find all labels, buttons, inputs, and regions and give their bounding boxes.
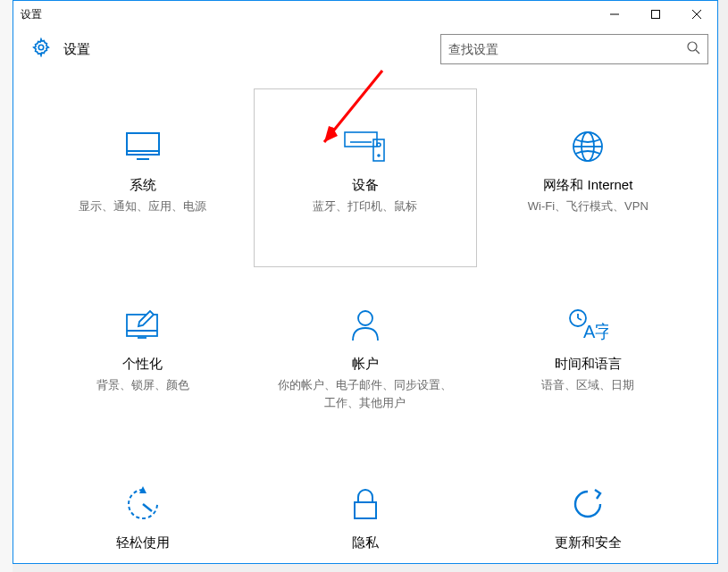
svg-point-21	[378, 155, 380, 156]
tile-ease-of-access[interactable]: 轻松使用	[31, 446, 254, 563]
search-box[interactable]	[440, 34, 708, 64]
personalization-icon	[123, 304, 163, 347]
window-title: 设置	[21, 7, 42, 22]
svg-rect-1	[652, 11, 660, 19]
tile-title: 隐私	[352, 534, 379, 551]
tile-network[interactable]: 网络和 Internet Wi-Fi、飞行模式、VPN	[477, 88, 699, 267]
svg-line-6	[696, 50, 699, 54]
tile-desc: 蓝牙、打印机、鼠标	[295, 198, 435, 215]
tile-update-security[interactable]: 更新和安全	[477, 446, 699, 563]
svg-rect-10	[345, 132, 377, 147]
globe-icon	[570, 125, 606, 168]
tile-accounts[interactable]: 帐户 你的帐户、电子邮件、同步设置、工作、其他用户	[254, 267, 476, 446]
svg-point-28	[358, 311, 372, 325]
settings-window: 设置 设置	[13, 0, 718, 564]
tile-personalization[interactable]: 个性化 背景、锁屏、颜色	[31, 267, 254, 446]
lock-icon	[351, 483, 380, 526]
tile-system[interactable]: 系统 显示、通知、应用、电源	[31, 88, 254, 267]
content-area: 系统 显示、通知、应用、电源 设备 蓝牙、打印机、鼠标	[13, 71, 717, 563]
tile-privacy[interactable]: 隐私	[254, 446, 476, 563]
tile-desc: 显示、通知、应用、电源	[61, 198, 224, 215]
tile-desc: Wi-Fi、飞行模式、VPN	[510, 198, 666, 215]
settings-grid: 系统 显示、通知、应用、电源 设备 蓝牙、打印机、鼠标	[31, 88, 699, 563]
tile-devices[interactable]: 设备 蓝牙、打印机、鼠标	[254, 88, 476, 267]
search-icon	[686, 40, 700, 58]
window-controls	[594, 1, 717, 28]
tile-title: 网络和 Internet	[543, 177, 632, 194]
tile-desc: 语音、区域、日期	[523, 376, 652, 394]
search-input[interactable]	[448, 42, 700, 56]
titlebar: 设置	[13, 1, 717, 28]
svg-line-34	[143, 504, 152, 511]
person-icon	[350, 304, 381, 347]
svg-point-20	[377, 143, 381, 147]
tile-title: 个性化	[122, 356, 163, 373]
svg-rect-35	[355, 502, 376, 518]
minimize-button[interactable]	[594, 1, 635, 28]
gear-icon	[31, 38, 51, 61]
page-title: 设置	[63, 41, 90, 58]
tile-desc: 背景、锁屏、颜色	[79, 376, 207, 394]
svg-point-4	[38, 45, 44, 50]
svg-line-31	[578, 318, 582, 320]
update-icon	[570, 483, 606, 526]
svg-point-5	[688, 42, 697, 51]
tile-desc: 你的帐户、电子邮件、同步设置、工作、其他用户	[255, 376, 475, 411]
tile-title: 系统	[130, 177, 156, 194]
background-app-edge	[0, 0, 13, 572]
system-icon	[124, 125, 162, 168]
svg-text:A字: A字	[583, 322, 608, 341]
maximize-button[interactable]	[635, 1, 676, 28]
time-language-icon: A字	[567, 304, 608, 347]
tile-title: 时间和语言	[555, 356, 622, 373]
header: 设置	[13, 28, 717, 71]
close-button[interactable]	[676, 1, 717, 28]
tile-title: 设备	[352, 177, 379, 194]
tile-time-language[interactable]: A字 时间和语言 语音、区域、日期	[477, 267, 699, 446]
devices-icon	[343, 125, 388, 168]
header-left: 设置	[31, 38, 90, 61]
tile-title: 帐户	[352, 356, 379, 373]
tile-title: 更新和安全	[555, 534, 622, 551]
tile-title: 轻松使用	[116, 534, 170, 551]
ease-icon	[125, 483, 161, 526]
